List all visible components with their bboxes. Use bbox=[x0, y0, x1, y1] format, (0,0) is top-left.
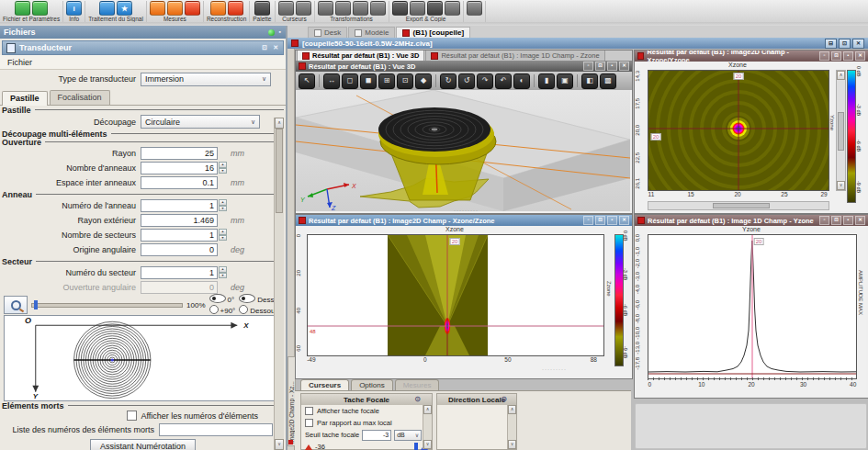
scroll-down-icon[interactable]: ∨ bbox=[837, 181, 845, 190]
par-rapport-checkbox[interactable]: Par rapport au max local bbox=[305, 419, 392, 427]
tab-focalisation[interactable]: Focalisation bbox=[50, 90, 110, 105]
scroll-up-icon[interactable]: ∧ bbox=[837, 71, 845, 80]
tab-image1d-zzone[interactable]: Résultat par défaut (B1) : Image 1D Cham… bbox=[425, 50, 604, 61]
close-icon[interactable]: ✕ bbox=[855, 51, 865, 61]
eye-icon[interactable]: ⊙ bbox=[414, 395, 421, 403]
measure-calibration-icon[interactable] bbox=[167, 1, 183, 16]
tab-desk[interactable]: Desk bbox=[308, 27, 347, 38]
tab-options[interactable]: Options bbox=[351, 379, 393, 390]
origine-input[interactable]: 0 bbox=[141, 243, 218, 256]
palette-icon[interactable] bbox=[254, 1, 270, 16]
rayon-ext-input[interactable]: 1.469 bbox=[141, 214, 218, 227]
snapshot-camera-icon[interactable] bbox=[392, 1, 408, 16]
menu-fichier[interactable]: Fichier bbox=[0, 57, 39, 68]
group-scrollbar[interactable]: ∧ ∨ bbox=[423, 405, 432, 449]
rotate-right-icon[interactable]: ↷ bbox=[477, 73, 493, 89]
num-secteur-input[interactable]: 1 ▲▼ bbox=[141, 266, 218, 279]
close-icon[interactable]: ✕ bbox=[852, 39, 864, 49]
cursor-one-icon[interactable] bbox=[278, 1, 294, 16]
splitter-grip[interactable]: ········· bbox=[454, 208, 479, 213]
pin-icon[interactable]: ▪ bbox=[607, 216, 617, 225]
scroll-down-icon[interactable]: ∨ bbox=[275, 439, 284, 450]
scroll-up-icon[interactable]: ∧ bbox=[423, 405, 432, 414]
wireframe-view-icon[interactable]: ◻ bbox=[342, 73, 358, 89]
y1d-curve-area[interactable]: 20 bbox=[648, 234, 857, 379]
copy-report-icon[interactable] bbox=[410, 1, 425, 16]
xy-field-map[interactable]: 20 20 bbox=[648, 70, 829, 191]
sphere-view-icon[interactable]: ◆ bbox=[415, 73, 432, 89]
close-icon[interactable]: ✕ bbox=[272, 44, 279, 51]
export-page-icon[interactable]: ▫ bbox=[819, 216, 829, 225]
scrollbar-thumb[interactable] bbox=[276, 129, 283, 213]
xz-titlebar[interactable]: Résultat par défaut (B1) : Image2D Champ… bbox=[296, 215, 632, 226]
tab-vue3d[interactable]: Résultat par défaut (B1) : Vue 3D bbox=[297, 50, 424, 61]
nb-anneaux-input[interactable]: 16 ▲▼ bbox=[141, 162, 218, 174]
mdi-titlebar[interactable]: [coupelle50-50-16elt-0.5W-2MHz.civa] ⊟ ⊡… bbox=[287, 38, 868, 49]
reconstruction-gear-icon[interactable] bbox=[210, 1, 226, 16]
nb-secteurs-input[interactable]: 1 ▲▼ bbox=[141, 229, 218, 242]
afficher-numeros-checkbox[interactable]: Afficher les numéros d'éléments bbox=[127, 411, 258, 421]
scroll-up-icon[interactable]: ∧ bbox=[508, 405, 516, 414]
float-icon[interactable]: ⊡ bbox=[595, 62, 605, 71]
direction-locale-header[interactable]: Direction Locale ⊙ bbox=[437, 394, 516, 405]
float-icon[interactable]: ⊡ bbox=[831, 216, 841, 225]
extra-tool-icon[interactable] bbox=[467, 1, 482, 16]
measure-gauge-icon[interactable] bbox=[150, 1, 165, 16]
num-secteur-stepper[interactable]: ▲▼ bbox=[219, 266, 227, 278]
scrollbar-thumb[interactable] bbox=[713, 203, 770, 208]
range-min-marker-icon[interactable] bbox=[305, 444, 312, 450]
solid-view-icon[interactable]: ◼ bbox=[360, 73, 377, 89]
splitter-grip[interactable]: ········· bbox=[542, 366, 567, 372]
bounding-box-icon[interactable]: ⊡ bbox=[397, 73, 413, 89]
box-view-icon[interactable]: ⊞ bbox=[378, 73, 395, 89]
signal-processing-icon[interactable] bbox=[99, 1, 115, 16]
scrollbar-thumb[interactable] bbox=[838, 112, 844, 151]
reconstruction-rebuild-icon[interactable] bbox=[228, 1, 243, 16]
pastille-preview[interactable]: O X Y bbox=[4, 315, 282, 401]
radio-0deg[interactable]: 0° bbox=[209, 294, 236, 305]
decoupage-select[interactable]: Circulaire ∨ bbox=[141, 115, 260, 129]
close-icon[interactable]: ✕ bbox=[619, 62, 629, 71]
screen-export-icon[interactable] bbox=[427, 1, 443, 16]
float-icon[interactable]: ⊡ bbox=[595, 216, 605, 225]
files-panel-header[interactable]: Fichiers ▪ bbox=[0, 26, 286, 39]
y1d-titlebar[interactable]: Résultat par défaut (B1) : Image 1D Cham… bbox=[635, 215, 868, 226]
cursor-sync-icon[interactable] bbox=[296, 1, 311, 16]
select-tool-icon[interactable]: ↖ bbox=[299, 73, 315, 89]
assistant-numerotation-button[interactable]: Assistant Numérotation bbox=[90, 439, 196, 450]
parameters-settings-icon[interactable] bbox=[32, 1, 48, 16]
left-panel-scrollbar[interactable]: ∧ ∨ bbox=[274, 118, 284, 450]
rotate-cw-icon[interactable]: ↻ bbox=[440, 73, 457, 89]
corner-transform-icon[interactable] bbox=[335, 1, 351, 16]
page-transform-icon[interactable] bbox=[370, 1, 386, 16]
seuil-unit-select[interactable]: dB∨ bbox=[394, 430, 422, 441]
xy-titlebar[interactable]: Résultat par défaut (B1) : Image2D Champ… bbox=[635, 51, 868, 62]
minimize-icon[interactable]: ⊟ bbox=[825, 39, 837, 49]
transducer-type-select[interactable]: Immersion ∨ bbox=[141, 73, 271, 86]
vue3d-viewport[interactable]: X Y Z bbox=[296, 90, 630, 211]
file-parameters-icon[interactable] bbox=[15, 1, 30, 16]
transducer-window-titlebar[interactable]: Transducteur ⊡ ✕ bbox=[2, 40, 284, 55]
group-scrollbar[interactable]: ∧ ∨ bbox=[507, 405, 516, 449]
export-page-icon[interactable]: ▫ bbox=[583, 216, 593, 225]
float-icon[interactable]: ⊡ bbox=[831, 51, 841, 61]
close-icon[interactable]: ✕ bbox=[855, 216, 865, 225]
measure-scatter-icon[interactable] bbox=[185, 1, 200, 16]
zoom-tool-button[interactable] bbox=[4, 296, 28, 314]
vue3d-titlebar[interactable]: Résultat par défaut (B1) : Vue 3D ▫ ⊡ ▪ … bbox=[296, 61, 632, 72]
tache-focale-header[interactable]: Tache Focale ⊙ bbox=[301, 394, 432, 405]
eye-icon[interactable]: ⊙ bbox=[501, 395, 507, 403]
rotate-ccw-icon[interactable]: ↺ bbox=[458, 73, 475, 89]
fit-view-icon[interactable]: ↔ bbox=[323, 73, 340, 89]
pin-icon[interactable]: ▪ bbox=[843, 216, 853, 225]
rotate-left-icon[interactable]: ↶ bbox=[495, 73, 512, 89]
espace-input[interactable]: 0.1 bbox=[141, 176, 218, 189]
scroll-down-icon[interactable]: ∨ bbox=[508, 440, 516, 449]
nb-anneaux-stepper[interactable]: ▲▼ bbox=[219, 162, 227, 174]
info-icon[interactable]: i bbox=[66, 1, 82, 16]
pin-icon[interactable]: ▪ bbox=[278, 28, 282, 36]
afficher-tache-checkbox[interactable]: Afficher tache focale bbox=[305, 407, 379, 415]
zoom-slider-thumb[interactable] bbox=[34, 300, 38, 309]
tab-modele[interactable]: Modèle bbox=[348, 27, 395, 38]
restore-icon[interactable]: ⊡ bbox=[839, 39, 851, 49]
